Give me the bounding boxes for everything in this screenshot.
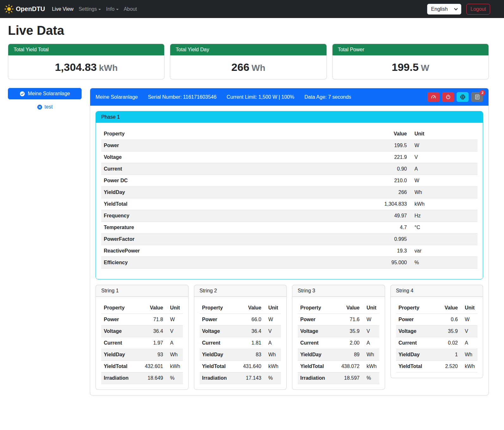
table-row: Current2.00A xyxy=(298,337,379,349)
table-row: YieldDay89Wh xyxy=(298,349,379,361)
unit-cell: W xyxy=(460,314,477,326)
table-header-row: Property Value Unit xyxy=(396,302,478,314)
property-cell: ReactivePower xyxy=(101,245,368,257)
logout-button[interactable]: Logout xyxy=(466,4,490,15)
value-cell: 2.520 xyxy=(439,361,460,372)
string-table: Property Value Unit Power66.0W Voltage36… xyxy=(200,302,281,384)
unit-header: Unit xyxy=(409,128,477,140)
gauge-icon xyxy=(431,94,436,100)
property-cell: Power xyxy=(298,314,339,326)
value-cell: 71.8 xyxy=(142,314,166,326)
table-row: Efficiency95.000% xyxy=(101,257,477,269)
device-info-button[interactable] xyxy=(457,92,469,102)
app-brand[interactable]: OpenDTU xyxy=(4,4,45,14)
nav-item-label: Info xyxy=(106,6,115,12)
card-body: 199.5W xyxy=(333,55,488,79)
table-row: YieldTotal2.520kWh xyxy=(396,361,478,372)
nav-item-settings[interactable]: Settings xyxy=(76,4,103,15)
value-cell: 0.02 xyxy=(439,337,460,349)
string-table: Property Value Unit Power71.8W Voltage36… xyxy=(101,302,183,384)
unit-cell: Hz xyxy=(409,210,477,222)
events-count-badge: 2 xyxy=(480,90,485,96)
sidebar-item-test[interactable]: test xyxy=(8,104,82,110)
unit-cell: °C xyxy=(409,222,477,234)
limit-settings-button[interactable] xyxy=(427,92,439,102)
main-content: Live Data Total Yield Total 1,304.83kWh … xyxy=(0,23,504,404)
value-cell: 0.90 xyxy=(368,163,409,175)
value-cell: 438.072 xyxy=(339,361,362,372)
event-log-button[interactable]: 2 xyxy=(471,92,483,102)
table-row: Power0.6W xyxy=(396,314,478,326)
property-cell: Temperature xyxy=(101,222,368,234)
value-cell: 49.97 xyxy=(368,210,409,222)
phase-card-title: Phase 1 xyxy=(96,111,483,123)
property-cell: YieldTotal xyxy=(396,361,440,372)
check-circle-icon xyxy=(20,91,25,97)
string-card-title: String 3 xyxy=(292,285,385,297)
inverter-select-label: Meine Solaranlage xyxy=(28,91,70,97)
unit-header: Unit xyxy=(362,302,379,314)
table-row: Frequency49.97Hz xyxy=(101,210,477,222)
nav-item-info[interactable]: Info xyxy=(103,4,121,15)
value-cell: 4.7 xyxy=(368,222,409,234)
unit-header: Unit xyxy=(166,302,183,314)
card-total-power: Total Power 199.5W xyxy=(332,44,489,79)
power-icon xyxy=(445,94,451,100)
unit-cell: Wh xyxy=(409,187,477,198)
language-select[interactable]: English xyxy=(427,4,461,15)
table-row: YieldTotal432.601kWh xyxy=(101,361,183,372)
string-card-title: String 2 xyxy=(194,285,287,297)
table-row: Irradiation18.649% xyxy=(101,372,183,384)
unit-cell: A xyxy=(166,337,183,349)
property-header: Property xyxy=(101,128,368,140)
unit-cell: W xyxy=(362,314,379,326)
journal-icon xyxy=(475,94,480,100)
property-cell: Voltage xyxy=(101,326,142,337)
nav-item-live-view[interactable]: Live View xyxy=(49,4,76,15)
property-cell: YieldDay xyxy=(200,349,241,361)
unit-cell: Wh xyxy=(362,349,379,361)
table-header-row: Property Value Unit xyxy=(101,128,477,140)
phase-table: Property Value Unit Power199.5W Voltage2… xyxy=(101,128,477,269)
value-cell: 18.597 xyxy=(339,372,362,384)
unit-cell: Wh xyxy=(460,349,477,361)
nav-item-about[interactable]: About xyxy=(121,4,140,15)
power-button[interactable] xyxy=(442,92,454,102)
table-row: Voltage221.9V xyxy=(101,152,477,163)
unit-cell: kWh xyxy=(362,361,379,372)
value-cell: 221.9 xyxy=(368,152,409,163)
unit-cell: kWh xyxy=(264,361,281,372)
value-cell: 1 xyxy=(439,349,460,361)
table-row: YieldTotal438.072kWh xyxy=(298,361,379,372)
unit-cell: Wh xyxy=(264,349,281,361)
inverter-select-button[interactable]: Meine Solaranlage xyxy=(8,88,82,99)
value-header: Value xyxy=(142,302,166,314)
table-header-row: Property Value Unit xyxy=(101,302,183,314)
property-cell: Current xyxy=(101,337,142,349)
table-row: PowerFactor0.995 xyxy=(101,234,477,245)
property-cell: Voltage xyxy=(396,326,440,337)
x-circle-icon xyxy=(37,104,42,110)
property-cell: YieldDay xyxy=(101,187,368,198)
inverter-card-body: Phase 1 Property Value Unit xyxy=(90,106,488,395)
table-row: Irradiation18.597% xyxy=(298,372,379,384)
property-cell: Current xyxy=(200,337,241,349)
table-row: Power DC210.0W xyxy=(101,175,477,187)
table-row: ReactivePower19.3var xyxy=(101,245,477,257)
unit-cell: V xyxy=(166,326,183,337)
phase-card: Phase 1 Property Value Unit xyxy=(96,111,483,279)
property-cell: Current xyxy=(298,337,339,349)
string-card-title: String 1 xyxy=(96,285,188,297)
value-cell: 2.00 xyxy=(339,337,362,349)
unit-cell: A xyxy=(409,163,477,175)
table-row: Current0.90A xyxy=(101,163,477,175)
unit-cell: % xyxy=(409,257,477,269)
value-cell: 0.6 xyxy=(439,314,460,326)
test-link-label: test xyxy=(45,104,53,110)
string-card-title: String 4 xyxy=(391,285,483,297)
value-cell: 0.995 xyxy=(368,234,409,245)
string-table: Property Value Unit Power71.6W Voltage35… xyxy=(298,302,379,384)
inverter-actions: 2 xyxy=(427,92,483,102)
unit-cell: % xyxy=(264,372,281,384)
value-cell: 210.0 xyxy=(368,175,409,187)
